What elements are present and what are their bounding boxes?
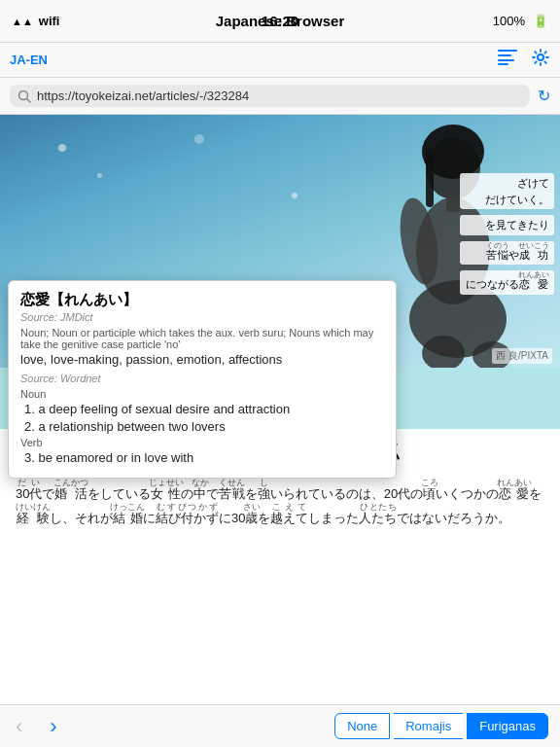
wifi-icon: wifi [39, 14, 60, 28]
bottom-nav: ‹ › None Romajis Furiganas [0, 704, 560, 747]
list-icon [498, 50, 517, 65]
app-title: Japanese Browser [216, 13, 345, 29]
dict-def-1: love, love-making, passion, emotion, aff… [20, 352, 384, 367]
svg-rect-2 [498, 59, 514, 61]
dictionary-popup: 恋愛【れんあい】 Source: JMDict Noun; Noun or pa… [8, 280, 397, 479]
url-input[interactable] [37, 89, 522, 103]
dict-pos-1: Noun; Noun or participle which takes the… [20, 327, 384, 350]
forward-button[interactable]: › [46, 714, 60, 739]
battery-percent: 100% [493, 14, 525, 28]
battery-icon: 🔋 [533, 14, 548, 28]
dict-item-3: 3. be enamored or in love with [24, 450, 384, 465]
image-caption: 西 良/PIXTA [492, 348, 552, 364]
status-right: 100% 🔋 [493, 14, 548, 28]
lang-switch-label[interactable]: JA-EN [10, 53, 58, 67]
dict-pos-2: Noun [20, 388, 384, 400]
svg-rect-0 [498, 50, 517, 52]
gear-icon [531, 48, 550, 67]
address-bar: ↻ [0, 78, 560, 115]
toolbar-icons [498, 48, 550, 72]
image-label-1: ざけてだけていく。 [460, 173, 554, 209]
image-side-labels: ざけてだけていく。 を見てきたり 苦悩くのうや成 功せいこう につながる恋 愛れ… [460, 173, 554, 295]
image-label-3: 苦悩くのうや成 功せいこう [460, 241, 554, 266]
back-button[interactable]: ‹ [12, 714, 26, 739]
reload-button[interactable]: ↻ [538, 87, 550, 105]
none-button[interactable]: None [334, 713, 390, 739]
status-bar: ▲▲ wifi 16:20 Japanese Browser 100% 🔋 [0, 0, 560, 43]
list-icon-button[interactable] [498, 50, 517, 70]
svg-point-4 [538, 54, 543, 60]
dict-pos-verb: Verb [20, 437, 384, 448]
svg-line-6 [27, 98, 31, 102]
signal-icon: ▲▲ [12, 16, 33, 27]
main-content: ざけてだけていく。 を見てきたり 苦悩くのうや成 功せいこう につながる恋 愛れ… [0, 115, 560, 704]
bottom-right-buttons: None Romajis Furiganas [334, 713, 548, 739]
settings-icon-button[interactable] [531, 48, 550, 72]
dict-source-1: Source: JMDict [20, 311, 384, 323]
romajis-button[interactable]: Romajis [394, 713, 463, 739]
svg-rect-3 [498, 63, 508, 65]
dict-item-2: 2. a relationship between two lovers [24, 419, 384, 434]
svg-rect-1 [498, 54, 511, 56]
dict-item-1: 1. a deep feeling of sexual desire and a… [24, 402, 384, 416]
dict-title: 恋愛【れんあい】 [20, 291, 384, 309]
nav-arrows: ‹ › [12, 714, 334, 739]
article-body: 30代だいで婚 活こんかつをしている女性じょせいの中なかで苦戦くせんを強しいられ… [16, 478, 544, 530]
dict-source-2: Source: Wordnet [20, 373, 384, 384]
toolbar: JA-EN [0, 43, 560, 78]
address-input-wrapper[interactable] [10, 85, 530, 107]
furiganas-button[interactable]: Furiganas [467, 713, 548, 739]
svg-rect-9 [426, 149, 434, 207]
image-label-4: につながる恋 愛れんあい [460, 270, 554, 295]
search-icon [18, 89, 31, 103]
image-label-2: を見てきたり [460, 215, 554, 235]
status-left: ▲▲ wifi 16:20 [12, 14, 59, 28]
